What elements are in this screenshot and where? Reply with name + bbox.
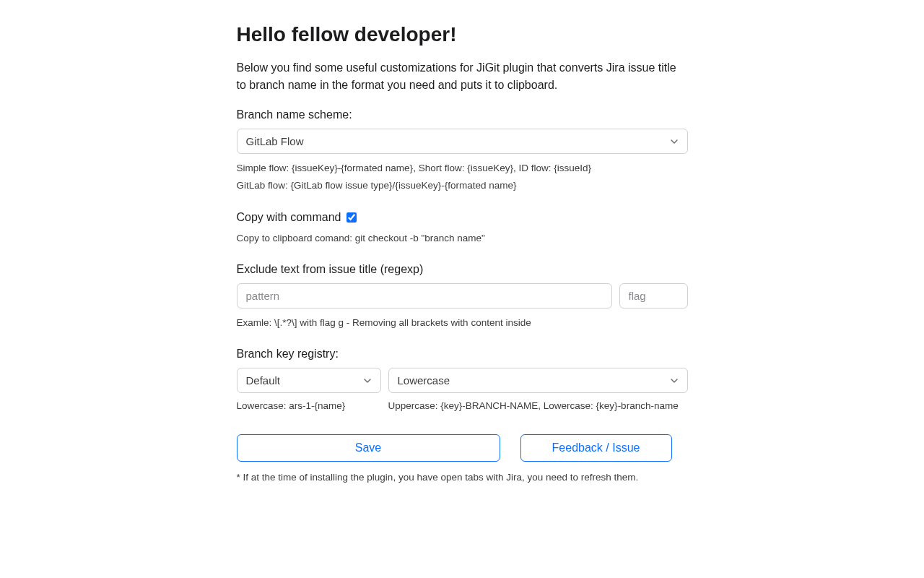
save-button[interactable]: Save: [237, 434, 500, 462]
scheme-help: Simple flow: {issueKey}-{formated name},…: [237, 160, 688, 195]
scheme-help-line1: Simple flow: {issueKey}-{formated name},…: [237, 160, 688, 177]
copy-command-row: Copy with command: [237, 211, 688, 224]
scheme-section: Branch name scheme: GitLab Flow Simple f…: [237, 108, 688, 195]
page-title: Hello fellow developer!: [237, 23, 688, 46]
settings-panel: Hello fellow developer! Below you find s…: [237, 0, 688, 506]
registry-case-select[interactable]: Lowercase: [388, 368, 688, 393]
registry-section: Branch key registry: Default Lowercase L…: [237, 348, 688, 411]
registry-help-row: Lowercase: ars-1-{name} Uppercase: {key}…: [237, 400, 688, 411]
exclude-help: Examle: \[.*?\] with flag g - Removing a…: [237, 314, 688, 332]
exclude-label: Exclude text from issue title (regexp): [237, 263, 688, 276]
registry-help-left: Lowercase: ars-1-{name}: [237, 400, 381, 411]
registry-row: Default Lowercase: [237, 368, 688, 393]
scheme-help-line2: GitLab flow: {GitLab flow issue type}/{i…: [237, 177, 688, 194]
copy-command-label: Copy with command: [237, 211, 341, 224]
feedback-button[interactable]: Feedback / Issue: [520, 434, 672, 462]
pattern-input[interactable]: [237, 283, 612, 309]
flag-input[interactable]: [619, 283, 688, 309]
exclude-section: Exclude text from issue title (regexp) E…: [237, 263, 688, 332]
copy-command-checkbox[interactable]: [346, 212, 357, 223]
button-row: Save Feedback / Issue: [237, 434, 688, 462]
registry-help-right: Uppercase: {key}-BRANCH-NAME, Lowercase:…: [388, 400, 688, 411]
copy-command-section: Copy with command Copy to clipboard coma…: [237, 211, 688, 247]
scheme-label: Branch name scheme:: [237, 108, 688, 121]
copy-command-help: Copy to clipboard comand: git checkout -…: [237, 230, 688, 247]
registry-label: Branch key registry:: [237, 348, 688, 361]
exclude-input-row: [237, 283, 688, 309]
intro-text: Below you find some useful customization…: [237, 59, 688, 94]
scheme-select[interactable]: GitLab Flow: [237, 129, 688, 154]
registry-key-select[interactable]: Default: [237, 368, 381, 393]
footnote: * If at the time of installing the plugi…: [237, 472, 688, 483]
